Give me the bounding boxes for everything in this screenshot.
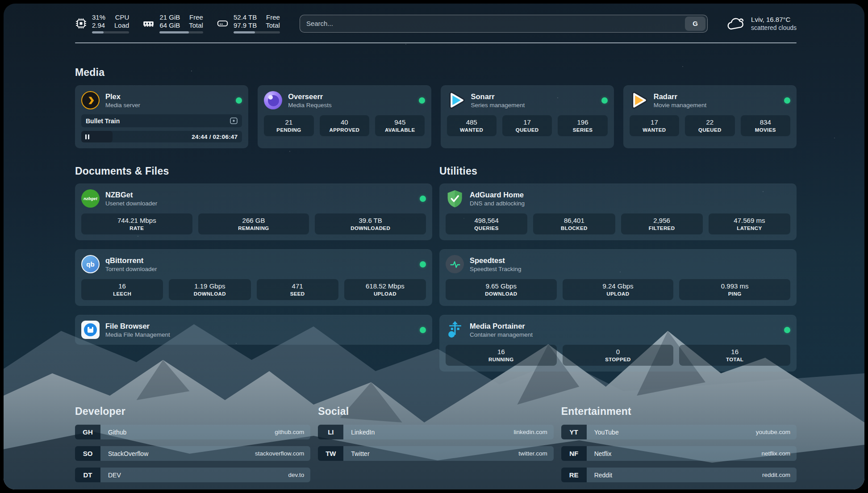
section-title-utilities: Utilities xyxy=(439,165,797,177)
stat-value: 485 xyxy=(449,118,495,126)
service-card-radarr[interactable]: Radarr Movie management 17 WANTED 22 QUE… xyxy=(623,85,797,148)
playback-progress-bar[interactable]: 24:44 / 02:06:47 xyxy=(81,131,242,142)
bookmark-stackoverflow[interactable]: SO StackOverflow stackoverflow.com xyxy=(75,446,310,461)
stat-block: 266 GB REMAINING xyxy=(198,213,309,234)
stat-label: BLOCKED xyxy=(535,226,613,231)
stat-label: QUEUED xyxy=(687,127,733,133)
status-dot xyxy=(420,327,426,333)
stat-label: RUNNING xyxy=(447,357,555,362)
bookmark-name: Twitter xyxy=(351,450,369,457)
cpu-usage-value: 31% xyxy=(92,13,105,21)
bookmark-name: DEV xyxy=(108,472,121,479)
status-dot xyxy=(601,97,608,104)
stat-value: 86,401 xyxy=(535,217,613,224)
bookmark-netflix[interactable]: NF Netflix netflix.com xyxy=(561,446,797,461)
service-name: Media Portainer xyxy=(470,322,778,330)
service-card-plex[interactable]: Plex Media server Bullet Train xyxy=(75,85,248,148)
plex-icon xyxy=(81,91,100,109)
bookmark-group-social: Social LI LinkedIn linkedin.com TW Twitt… xyxy=(318,405,553,489)
stat-label: PING xyxy=(681,291,789,297)
cpu-load-value: 2.94 xyxy=(92,21,105,29)
stat-value: 618.52 Mbps xyxy=(346,282,424,290)
stat-label: UPLOAD xyxy=(564,291,672,297)
service-name: File Browser xyxy=(105,322,414,330)
service-card-nzbget[interactable]: nzbget NZBGet Usenet downloader 744.21 M… xyxy=(75,184,432,240)
stat-block: 471 SEED xyxy=(257,279,338,300)
bookmark-abbr: NF xyxy=(561,446,587,461)
weather-widget: Lviv, 16.87°C scattered clouds xyxy=(726,16,797,31)
stat-block: 17 WANTED xyxy=(630,115,679,136)
service-card-filebrowser[interactable]: File Browser Media File Management xyxy=(75,315,432,345)
now-playing-title: Bullet Train xyxy=(86,117,120,125)
stat-value: 744.21 Mbps xyxy=(83,217,191,224)
dashboard-window: 31% 2.94 CPU Load xyxy=(4,4,864,489)
pause-icon[interactable] xyxy=(85,134,89,139)
service-card-speedtest[interactable]: Speedtest Speedtest Tracking 9.65 Gbps D… xyxy=(439,249,797,306)
memory-total-label: Total xyxy=(189,21,203,29)
service-card-overseerr[interactable]: Overseerr Media Requests 21 PENDING 40 A… xyxy=(258,85,431,148)
stat-value: 945 xyxy=(377,118,423,126)
memory-progress-track xyxy=(159,31,203,33)
cpu-progress-fill xyxy=(92,31,104,33)
bookmark-name: Reddit xyxy=(594,472,612,479)
bookmark-github[interactable]: GH Github github.com xyxy=(75,425,310,439)
header-divider xyxy=(75,42,797,43)
status-dot xyxy=(784,327,790,333)
service-name: AdGuard Home xyxy=(470,190,790,199)
stat-value: 471 xyxy=(259,282,337,290)
bookmark-url: linkedin.com xyxy=(514,429,547,435)
stat-block: 1.19 Gbps DOWNLOAD xyxy=(169,279,250,300)
bookmark-dev[interactable]: DT DEV dev.to xyxy=(75,468,310,482)
service-card-portainer[interactable]: Media Portainer Container management 16 … xyxy=(439,315,797,372)
cpu-usage-label: CPU xyxy=(115,13,129,21)
search-bar[interactable]: G xyxy=(300,15,708,33)
bookmark-abbr: LI xyxy=(318,425,343,439)
memory-icon xyxy=(142,17,154,29)
service-card-qbittorrent[interactable]: qb qBittorrent Torrent downloader 16 LEE… xyxy=(75,249,432,306)
stat-block: 40 APPROVED xyxy=(320,115,369,136)
stat-label: STOPPED xyxy=(564,357,672,362)
bookmark-youtube[interactable]: YT YouTube youtube.com xyxy=(561,425,797,439)
bookmark-reddit[interactable]: RE Reddit reddit.com xyxy=(561,468,797,482)
stat-value: 40 xyxy=(321,118,367,126)
bookmark-abbr: SO xyxy=(75,446,100,461)
bookmark-url: github.com xyxy=(275,429,304,435)
status-dot xyxy=(236,97,242,104)
stat-value: 16 xyxy=(447,348,555,355)
stat-value: 1.19 Gbps xyxy=(171,282,249,290)
memory-total-value: 64 GiB xyxy=(159,21,180,29)
disk-free-label: Free xyxy=(266,13,280,21)
bookmark-linkedin[interactable]: LI LinkedIn linkedin.com xyxy=(318,425,553,439)
search-input[interactable] xyxy=(306,20,685,27)
search-provider-button[interactable]: G xyxy=(685,17,705,31)
bookmark-url: youtube.com xyxy=(756,429,790,435)
bookmark-group-entertainment: Entertainment YT YouTube youtube.com NF … xyxy=(561,405,797,489)
top-bar: 31% 2.94 CPU Load xyxy=(75,13,797,33)
bookmark-twitter[interactable]: TW Twitter twitter.com xyxy=(318,446,553,461)
service-subtitle: Media Requests xyxy=(288,102,413,109)
cpu-load-label: Load xyxy=(114,21,129,29)
stat-label: SERIES xyxy=(559,127,605,133)
stat-value: 39.6 TB xyxy=(317,217,424,224)
service-name: Speedtest xyxy=(470,256,790,265)
stat-value: 17 xyxy=(504,118,550,126)
bookmark-abbr: GH xyxy=(75,425,100,439)
bookmark-abbr: DT xyxy=(75,468,100,482)
bookmark-name: Netflix xyxy=(594,450,612,457)
bookmark-url: stackoverflow.com xyxy=(255,450,304,457)
section-title-entertainment: Entertainment xyxy=(561,405,797,418)
weather-location-temp: Lviv, 16.87°C xyxy=(751,16,797,23)
service-subtitle: Usenet downloader xyxy=(105,200,414,207)
service-card-adguard[interactable]: AdGuard Home DNS and adblocking 498,564 … xyxy=(439,184,797,240)
service-name: Plex xyxy=(105,92,230,101)
service-subtitle: Series management xyxy=(471,102,596,109)
memory-stat-widget: 21 GiB 64 GiB Free Total xyxy=(142,13,203,33)
bookmark-url: netflix.com xyxy=(761,450,790,457)
service-card-sonarr[interactable]: Sonarr Series management 485 WANTED 17 Q… xyxy=(441,85,614,148)
stat-value: 834 xyxy=(743,118,789,126)
bookmark-url: dev.to xyxy=(288,472,305,478)
stat-block: 21 PENDING xyxy=(264,115,313,136)
stat-label: UPLOAD xyxy=(346,291,424,297)
bookmark-name: YouTube xyxy=(594,429,619,436)
utilities-column: Utilities AdGuard Home DNS and xyxy=(439,165,797,380)
